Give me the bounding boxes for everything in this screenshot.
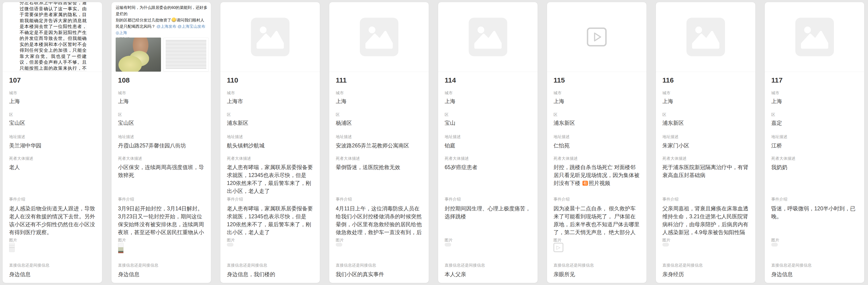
field-value-deceased: 晕倒昏迷，送医院抢救无效: [336, 163, 423, 171]
field-value-city: 上海: [9, 97, 96, 105]
card-cover: [656, 2, 755, 72]
card-cover: [547, 2, 647, 72]
field-label-event: 事件介绍: [9, 197, 25, 202]
field-label-district: 区: [9, 112, 13, 117]
field-label-image: 图片: [445, 238, 453, 243]
field-label-district: 区: [118, 112, 122, 117]
photo-placeholder: [329, 2, 429, 72]
field-label-event: 事件介绍: [662, 197, 679, 202]
field-value-district: 浦东新区: [227, 119, 314, 127]
field-label-deceased: 死者大体描述: [227, 156, 251, 161]
field-value-city: 上海: [771, 97, 859, 105]
field-label-image: 图片: [227, 238, 235, 243]
photo-placeholder-icon: [360, 18, 398, 56]
field-label-direct: 直接信息还是间接信息: [662, 262, 703, 268]
field-label-event: 事件介绍: [771, 197, 787, 202]
photo-placeholder: [765, 2, 864, 72]
field-value-deceased: 65岁癌症患者: [445, 163, 532, 171]
field-label-direct: 直接信息还是间接信息: [336, 262, 376, 268]
field-value-deceased: 死于浦东医院新冠隔离治疗中，有肾衰高血压封基础病: [662, 163, 750, 179]
field-value-event: 封控期间因生理、心理上极度痛苦，选择跳楼: [445, 205, 532, 220]
image-thumb[interactable]: [227, 243, 234, 247]
gallery-card[interactable]: 110 城市 上海市 区 浦东新区 地址描述 航头镇鹤沙航城 死者大体描述 老人…: [220, 2, 320, 283]
card-cover: 分左右联系上中华西居委会，通过微信语音确认了这一事实。由于需要保护患者家属的隐私…: [3, 2, 102, 72]
cover-text-screenshot: 分左右联系上中华西居委会，通过微信语音确认了这一事实。由于需要保护患者家属的隐私…: [20, 2, 87, 72]
field-value-direct: 身边信息: [118, 270, 206, 278]
gallery-card[interactable]: 114 城市 上海 区 宝山 地址描述 铂庭 死者大体描述 65岁癌症患者 事件…: [438, 2, 538, 283]
field-label-address: 地址描述: [336, 134, 352, 139]
field-label-city: 城市: [445, 90, 453, 96]
post-text: 运输有时间，为什么跟居委会的60的菜能到，还好多是烂的 别的区都已经分发过几批物…: [116, 4, 208, 36]
cover-post: 运输有时间，为什么跟居委会的60的菜能到，还好多是烂的 别的区都已经分发过几批物…: [112, 2, 211, 72]
field-value-event: 因为凌晨十二点自杀， 很久救护车来了可能看到现场死了， 尸体留在原地，后来半夜也…: [554, 205, 641, 237]
image-thumb[interactable]: [662, 243, 669, 247]
field-label-direct: 直接信息还是间接信息: [227, 262, 267, 268]
image-thumb[interactable]: [554, 243, 563, 252]
field-label-city: 城市: [554, 90, 562, 96]
field-value-city: 上海: [445, 97, 532, 105]
photo-placeholder-icon: [686, 18, 725, 56]
gallery-card[interactable]: 115 城市 上海 区 浦东新区 地址描述 仁怡苑 死者大体描述 封控，跳楼自杀…: [547, 2, 647, 283]
image-thumb[interactable]: [118, 243, 124, 254]
photo-placeholder: [438, 2, 538, 72]
field-label-deceased: 死者大体描述: [445, 156, 469, 161]
photo-placeholder-icon: [795, 18, 834, 56]
card-number: 111: [336, 76, 347, 84]
gallery-card[interactable]: 117 城市 上海 区 嘉定 地址描述 江桥 死者大体描述 我奶奶 事件介绍 昏…: [765, 2, 865, 283]
card-number: 117: [771, 76, 782, 84]
gallery-card[interactable]: 分左右联系上中华西居委会，通过微信语音确认了这一事实。由于需要保护患者家属的隐私…: [2, 2, 102, 283]
post-photo-cabbage[interactable]: [116, 38, 161, 72]
card-number: 116: [662, 76, 674, 84]
image-thumb[interactable]: [445, 243, 451, 247]
gallery-card[interactable]: 运输有时间，为什么跟居委会的60的菜能到，还好多是烂的 别的区都已经分发过几批物…: [111, 2, 211, 283]
field-label-image: 图片: [336, 238, 344, 243]
field-value-address: 江桥: [771, 142, 859, 149]
field-value-direct: 身边信息，我们楼的: [227, 270, 314, 278]
gallery-card-row: 分左右联系上中华西居委会，通过微信语音确认了这一事实。由于需要保护患者家属的隐私…: [0, 0, 868, 285]
field-value-event: 4月11日上午，这位消毒防疫人员在给我们小区封控楼做消杀的时候突然晕倒，小区里有…: [336, 205, 423, 237]
field-label-direct: 直接信息还是间接信息: [9, 262, 50, 268]
field-label-address: 地址描述: [554, 134, 570, 139]
field-label-district: 区: [771, 112, 775, 117]
field-value-direct: 身边信息: [9, 270, 96, 278]
field-value-direct: 亲身经历: [662, 270, 750, 278]
field-value-deceased: 小区保安，连续两周高强度值班，导致猝死: [118, 163, 206, 179]
image-thumb[interactable]: [771, 243, 778, 247]
gallery-card[interactable]: 116 城市 上海 区 浦东新区 地址描述 朱家门小区 死者大体描述 死于浦东医…: [656, 2, 755, 283]
field-value-address: 安波路265弄兰花教师公寓南区: [336, 142, 423, 149]
field-value-address: 仁怡苑: [554, 142, 641, 149]
field-value-event: 老人感染后物业街道无人跟进，导致老人在没有救援的情况下去世。另外该小区还有不少阳…: [9, 205, 96, 236]
field-label-direct: 直接信息还是间接信息: [118, 262, 158, 268]
field-value-city: 上海: [662, 97, 750, 105]
image-thumb[interactable]: [9, 243, 15, 252]
gallery-card[interactable]: 111 城市 上海 区 杨浦区 地址描述 安波路265弄兰花教师公寓南区 死者大…: [329, 2, 429, 283]
field-value-deceased: 封控，跳楼自杀当场死亡 对面楼邻居只看见听见现场情况，因为集体被封没有下楼 有照…: [554, 163, 641, 187]
field-value-address: 美兰湖中华园: [9, 142, 96, 149]
field-label-event: 事件介绍: [336, 197, 352, 202]
field-label-district: 区: [336, 112, 340, 117]
card-number: 115: [554, 76, 565, 84]
field-value-city: 上海: [118, 97, 206, 105]
crying-emoji: [172, 17, 176, 22]
field-value-city: 上海市: [227, 97, 314, 105]
field-value-address: 朱家门小区: [662, 142, 750, 149]
field-label-deceased: 死者大体描述: [554, 156, 578, 161]
field-label-image: 图片: [662, 238, 671, 243]
field-value-district: 浦东新区: [662, 119, 750, 127]
field-label-deceased: 死者大体描述: [336, 156, 360, 161]
field-label-district: 区: [554, 112, 557, 117]
card-number: 110: [227, 76, 238, 84]
field-label-deceased: 死者大体描述: [118, 156, 142, 161]
field-value-district: 宝山区: [118, 119, 206, 127]
field-value-district: 杨浦区: [336, 119, 423, 127]
photo-placeholder: [656, 2, 755, 72]
field-label-image: 图片: [9, 238, 17, 243]
field-label-address: 地址描述: [118, 134, 134, 139]
field-value-address: 铂庭: [445, 142, 532, 149]
post-photo-text-screenshot[interactable]: [163, 38, 209, 72]
card-cover: [220, 2, 320, 72]
play-icon[interactable]: [586, 27, 607, 47]
image-thumb[interactable]: [336, 243, 342, 247]
field-value-district: 浦东新区: [554, 119, 641, 127]
card-cover: 运输有时间，为什么跟居委会的60的菜能到，还好多是烂的 别的区都已经分发过几批物…: [112, 2, 211, 72]
